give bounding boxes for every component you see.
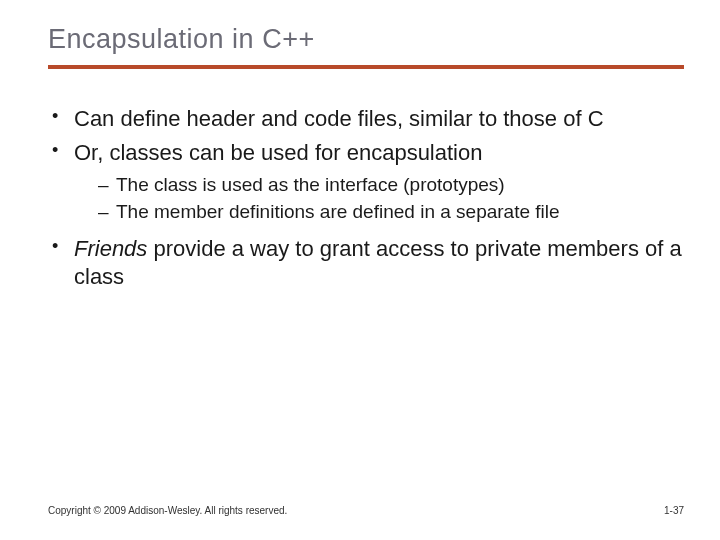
bullet-italic-word: Friends [74,236,147,261]
bullet-text: provide a way to grant access to private… [74,236,682,289]
bullet-text: Or, classes can be used for encapsulatio… [74,140,482,165]
copyright-text: Copyright © 2009 Addison-Wesley. All rig… [48,505,287,516]
slide-footer: Copyright © 2009 Addison-Wesley. All rig… [48,505,684,516]
page-number: 1-37 [664,505,684,516]
sub-bullet-list: The class is used as the interface (prot… [98,173,684,224]
bullet-item: Friends provide a way to grant access to… [48,235,684,291]
bullet-item: Or, classes can be used for encapsulatio… [48,139,684,225]
title-underline [48,65,684,69]
slide-title: Encapsulation in C++ [48,24,684,55]
bullet-item: Can define header and code files, simila… [48,105,684,133]
sub-bullet-item: The class is used as the interface (prot… [98,173,684,198]
sub-bullet-item: The member definitions are defined in a … [98,200,684,225]
bullet-list: Can define header and code files, simila… [48,105,684,291]
